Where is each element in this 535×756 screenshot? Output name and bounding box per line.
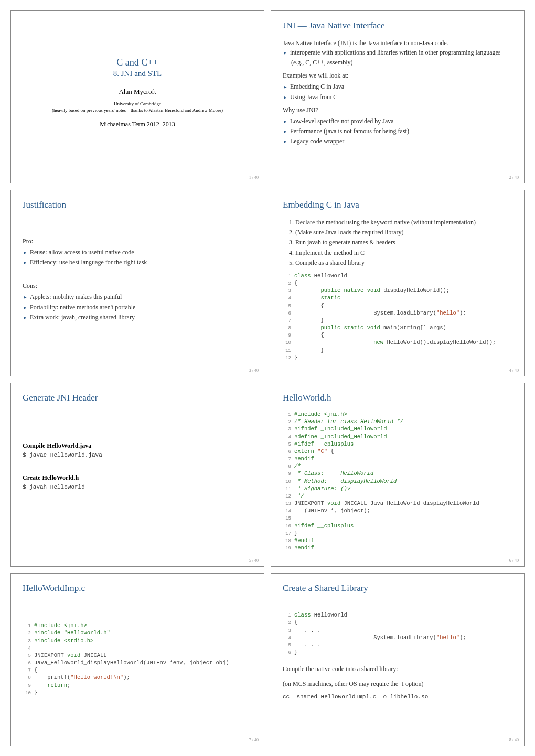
step: Declare the method using the keyword nat… [295, 218, 512, 228]
slide-title: HelloWorldImp.c [23, 583, 252, 593]
examples-list: Embedding C in Java Using Java from C [283, 82, 512, 102]
slide-title: Create a Shared Library [283, 583, 512, 593]
slide-2: JNI — Java Native Interface Java Native … [271, 10, 525, 183]
term: Michaelmas Term 2012–2013 [23, 121, 252, 128]
javac-cmd: $ javac HelloWorld.java [23, 452, 252, 458]
slide-6: HelloWorld.h 1#include <jni.h> 2/* Heade… [271, 383, 525, 567]
slide-1: C and C++ 8. JNI and STL Alan Mycroft Un… [10, 10, 264, 183]
slide-3: Justification Pro: Reuse: allow access t… [10, 190, 264, 376]
slide-7: HelloWorldImp.c 1#include <jni.h> 2#incl… [10, 573, 264, 746]
bullet: Using Java from C [291, 92, 512, 102]
slide-title: Generate JNI Header [23, 393, 252, 403]
code-block: 1class HelloWorld 2{ 3 . . . 4 System.lo… [283, 611, 512, 656]
bullet: Performance (java is not famous for bein… [291, 126, 512, 136]
step: Compile as a shared library [295, 258, 512, 268]
bullet: Legacy code wrapper [291, 136, 512, 146]
why-list: Low-level specifics not provided by Java… [283, 116, 512, 147]
slide-title: Justification [23, 200, 252, 210]
why-label: Why use JNI? [283, 106, 512, 114]
cc-cmd: cc -shared HelloWorldImpl.c -o libhello.… [283, 694, 512, 700]
step: Run javah to generate names & headers [295, 237, 512, 247]
code-block: 1class HelloWorld 2{ 3 public native voi… [283, 272, 512, 361]
cons-label: Cons: [23, 282, 252, 290]
intro-bullets: interoperate with applications and libra… [283, 48, 512, 68]
code-block: 1#include <jni.h> 2#include "HelloWorld.… [23, 622, 252, 696]
slide-8: Create a Shared Library 1class HelloWorl… [271, 573, 525, 746]
step: Implement the method in C [295, 248, 512, 258]
javah-cmd: $ javah HelloWorld [23, 484, 252, 490]
slide-5: Generate JNI Header Compile HelloWorld.j… [10, 383, 264, 567]
page-number: 5 / 40 [249, 558, 259, 563]
compile-text: Compile the native code into a shared li… [283, 664, 512, 674]
author: Alan Mycroft [23, 88, 252, 96]
page-number: 2 / 40 [509, 175, 519, 180]
slide-grid: C and C++ 8. JNI and STL Alan Mycroft Un… [10, 10, 525, 746]
step: (Make sure Java loads the required libra… [295, 228, 512, 237]
bullet: Low-level specifics not provided by Java [291, 116, 512, 126]
cons-list: Applets: mobility makes this painful Por… [23, 292, 252, 322]
bullet: interoperate with applications and libra… [291, 48, 512, 68]
title-main: C and C++ [23, 57, 252, 68]
page-number: 7 / 40 [249, 738, 259, 742]
bullet: Portability: native methods aren't porta… [31, 303, 252, 312]
pro-list: Reuse: allow access to useful native cod… [23, 247, 252, 267]
page-number: 3 / 40 [249, 368, 259, 373]
bullet: Extra work: javah, creating shared libra… [31, 312, 252, 322]
page-number: 4 / 40 [509, 368, 519, 373]
code-block: 1#include <jni.h> 2/* Header for class H… [283, 411, 512, 552]
slide-title: JNI — Java Native Interface [283, 20, 512, 31]
slide-title: Embedding C in Java [283, 200, 512, 210]
page-number: 8 / 40 [509, 738, 519, 742]
steps-list: Declare the method using the keyword nat… [283, 218, 512, 268]
intro-text: Java Native Interface (JNI) is the Java … [283, 38, 512, 48]
mcs-text: (on MCS machines, other OS may require t… [283, 679, 512, 688]
examples-label: Examples we will look at: [283, 72, 512, 80]
slide-4: Embedding C in Java Declare the method u… [271, 190, 525, 376]
page-number: 6 / 40 [509, 558, 519, 563]
affiliation: University of Cambridge (heavily based o… [23, 101, 252, 113]
compile-heading: Compile HelloWorld.java [23, 442, 252, 450]
affil-line1: University of Cambridge [23, 101, 252, 107]
pro-label: Pro: [23, 237, 252, 245]
bullet: Reuse: allow access to useful native cod… [31, 247, 252, 257]
page-number: 1 / 40 [249, 175, 259, 180]
bullet: Applets: mobility makes this painful [31, 292, 252, 302]
affil-line2: (heavily based on previous years' notes … [23, 107, 252, 114]
bullet: Efficiency: use best language for the ri… [31, 257, 252, 267]
bullet: Embedding C in Java [291, 82, 512, 92]
slide-title: HelloWorld.h [283, 393, 512, 403]
title-sub: 8. JNI and STL [23, 69, 252, 78]
create-heading: Create HelloWorld.h [23, 474, 252, 482]
